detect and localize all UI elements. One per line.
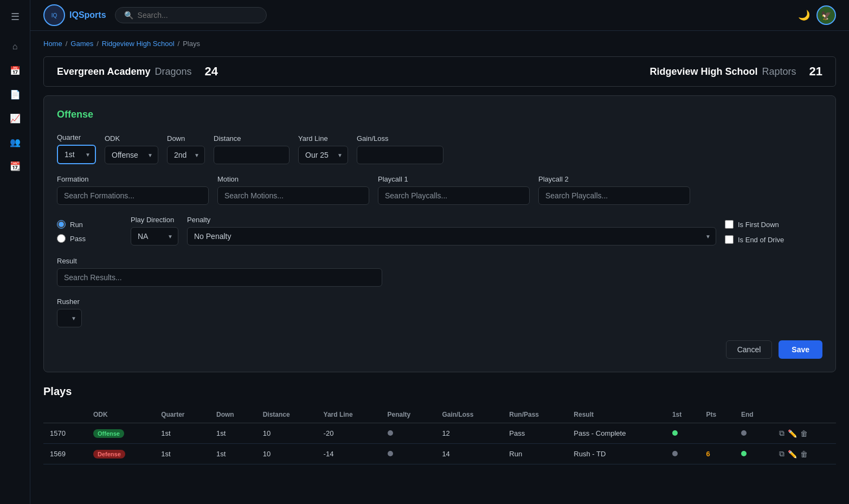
distance-group: Distance [214, 134, 290, 164]
row-down: 1st [210, 423, 256, 444]
sidebar-home[interactable]: ⌂ [4, 36, 26, 57]
checkbox-group: Is First Down Is End of Drive [725, 216, 822, 246]
row-penalty [381, 444, 436, 464]
col-distance: Distance [256, 406, 317, 423]
quarter-label: Quarter [57, 133, 96, 141]
first-down-checkbox[interactable] [725, 220, 734, 229]
breadcrumb-sep-1: / [66, 40, 68, 48]
gainloss-label: Gain/Loss [357, 134, 443, 143]
play-direction-select[interactable]: NA Left Right Middle [131, 227, 178, 245]
global-search[interactable]: 🔍 [115, 7, 267, 23]
formation-input[interactable] [57, 186, 209, 205]
logo-text: IQSports [69, 10, 106, 20]
pass-radio-item[interactable]: Pass [57, 234, 122, 243]
end-of-drive-checkbox-item[interactable]: Is End of Drive [725, 235, 822, 244]
row-pts: 6 [699, 444, 735, 464]
breadcrumb-school[interactable]: Ridgeview High School [102, 40, 175, 48]
first-down-checkbox-item[interactable]: Is First Down [725, 220, 822, 229]
sidebar-chart[interactable]: 📈 [4, 107, 26, 129]
motion-input[interactable] [217, 186, 369, 205]
end-of-drive-checkbox[interactable] [725, 235, 734, 244]
run-radio[interactable] [57, 220, 66, 229]
cancel-button[interactable]: Cancel [726, 340, 773, 359]
penalty-wrapper: No Penalty Holding Pass Interference Off… [187, 227, 716, 245]
team1-sub: Dragons [155, 66, 191, 77]
theme-toggle[interactable]: 🌙 [798, 9, 810, 21]
row-id: 1569 [43, 444, 87, 464]
penalty-dot [388, 430, 393, 436]
row-quarter: 1st [155, 444, 210, 464]
action-copy-icon[interactable]: ⧉ [779, 449, 784, 458]
breadcrumb-sep-3: / [178, 40, 180, 48]
yardline-wrapper: Our 25 Our 10 Our 20 Mid 50 Opp 25 [298, 146, 348, 164]
pass-radio[interactable] [57, 234, 66, 243]
formation-label: Formation [57, 175, 209, 183]
action-edit-icon[interactable]: ✏️ [788, 450, 797, 458]
row-odk: Defense [87, 444, 155, 464]
search-icon: 🔍 [124, 11, 133, 20]
breadcrumb-home[interactable]: Home [43, 40, 62, 48]
pts-value: 6 [706, 450, 710, 458]
main-content: IQ IQSports 🔍 🌙 🦅 Home / Games / Ridgevi… [30, 0, 849, 504]
motion-label: Motion [217, 175, 369, 183]
down-select[interactable]: 1st 2nd 3rd 4th [167, 146, 205, 164]
end-dot [741, 451, 747, 456]
row-result: Pass - Complete [567, 423, 666, 444]
yardline-select[interactable]: Our 25 Our 10 Our 20 Mid 50 Opp 25 [298, 146, 348, 164]
score-banner: Evergreen Academy Dragons 24 Ridgeview H… [43, 56, 836, 87]
breadcrumb-games[interactable]: Games [70, 40, 93, 48]
result-input[interactable] [57, 268, 382, 287]
row-gainloss: 14 [435, 444, 503, 464]
col-odk: ODK [87, 406, 155, 423]
odk-wrapper: Offense Defense Kicking [105, 146, 158, 164]
row-distance: 10 [256, 444, 317, 464]
rusher-select[interactable] [57, 309, 82, 327]
user-avatar[interactable]: 🦅 [816, 5, 836, 25]
playcall2-input[interactable] [538, 186, 690, 205]
row-odk: Offense [87, 423, 155, 444]
odk-select[interactable]: Offense Defense Kicking [105, 146, 158, 164]
form-row-1: Quarter 1st 2nd 3rd 4th ODK Of [57, 133, 822, 164]
run-radio-item[interactable]: Run [57, 220, 122, 229]
sidebar-users[interactable]: 👥 [4, 131, 26, 153]
sidebar-document[interactable]: 📄 [4, 83, 26, 105]
form-row-4: Result [57, 257, 822, 287]
odk-badge: Offense [93, 429, 124, 438]
play-direction-wrapper: NA Left Right Middle [131, 227, 178, 245]
sidebar-calendar2[interactable]: 📆 [4, 155, 26, 177]
end-dot [741, 430, 747, 436]
col-quarter: Quarter [155, 406, 210, 423]
quarter-select[interactable]: 1st 2nd 3rd 4th [57, 145, 96, 164]
distance-input[interactable] [214, 146, 290, 164]
topbar: IQ IQSports 🔍 🌙 🦅 [30, 0, 849, 31]
quarter-wrapper: 1st 2nd 3rd 4th [57, 145, 96, 164]
save-button[interactable]: Save [779, 340, 822, 359]
breadcrumb-current: Plays [183, 40, 200, 48]
result-label: Result [57, 257, 382, 265]
topbar-right: 🌙 🦅 [798, 5, 836, 25]
row-result: Rush - TD [567, 444, 666, 464]
run-pass-group: Run Pass [57, 216, 122, 244]
team2-sub: Raptors [762, 66, 796, 77]
down-label: Down [167, 134, 205, 143]
team1-score: 24 [204, 64, 217, 79]
col-result: Result [567, 406, 666, 423]
rusher-wrapper [57, 309, 82, 327]
penalty-select[interactable]: No Penalty Holding Pass Interference Off… [187, 227, 716, 245]
gainloss-input[interactable] [357, 146, 443, 164]
col-gainloss: Gain/Loss [435, 406, 503, 423]
playcall1-input[interactable] [378, 186, 530, 205]
action-copy-icon[interactable]: ⧉ [779, 429, 784, 438]
hamburger-menu[interactable]: ☰ [7, 7, 24, 27]
sidebar-calendar[interactable]: 📅 [4, 60, 26, 81]
action-delete-icon[interactable]: 🗑 [800, 450, 808, 458]
action-delete-icon[interactable]: 🗑 [800, 429, 808, 438]
logo-link[interactable]: IQ IQSports [43, 4, 106, 26]
row-gainloss: 12 [435, 423, 503, 444]
action-edit-icon[interactable]: ✏️ [788, 429, 797, 438]
penalty-dot [388, 451, 393, 456]
search-input[interactable] [138, 11, 258, 20]
yardline-label: Yard Line [298, 134, 348, 143]
odk-badge: Defense [93, 450, 125, 458]
playcall1-label: Playcall 1 [378, 175, 530, 183]
